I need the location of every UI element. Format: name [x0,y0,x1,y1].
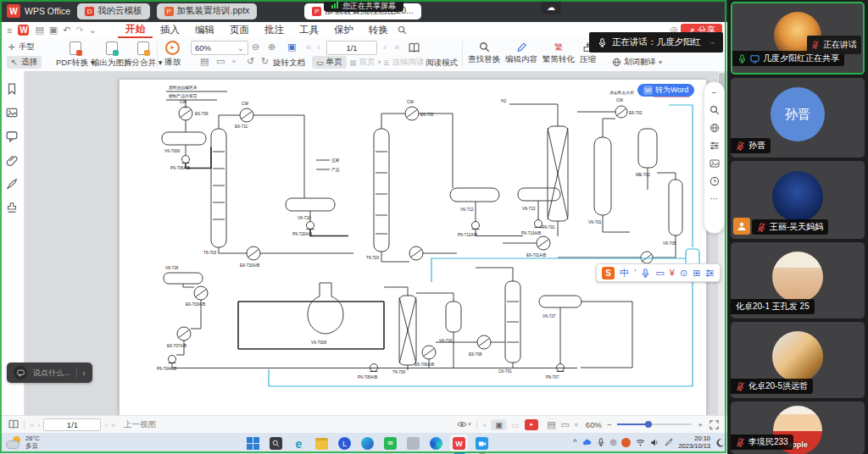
split-view-icon[interactable]: ▭ [511,420,519,429]
collapse-left-icon[interactable]: ‹ [83,368,86,378]
participant-tile[interactable]: 化卓20-1 王孔发 25 [731,242,865,318]
play-button[interactable]: ▸ 播放 [164,41,181,68]
print-icon[interactable]: ▣ [49,25,58,36]
first-page-icon[interactable]: « [306,42,311,52]
keyboard-icon[interactable]: ▭ [655,268,664,279]
tray-circle-icon[interactable]: ◎ [610,438,617,446]
gray-app-icon[interactable] [404,435,422,452]
wps-red-icon[interactable]: W [18,25,29,36]
zoom-slider[interactable] [617,424,692,425]
emoji-icon[interactable]: ⊙ [680,268,687,279]
more-caret-icon[interactable]: ⌄ [89,25,97,36]
fit-width-icon[interactable]: ▤ [200,56,209,67]
pdf-convert-button[interactable]: PDF转换 ▾ [56,42,94,69]
signature-icon[interactable] [6,178,18,190]
menu-page[interactable]: 页面 [222,24,257,36]
read-mode-button[interactable]: 阅读模式 [426,58,458,69]
document-tab-templates[interactable]: D 我的云模板 [77,3,150,19]
save-icon[interactable]: ▤ [35,25,43,36]
eye-view-icon[interactable] [457,419,467,429]
collapse-icon[interactable]: − [712,88,717,97]
edit-content-button[interactable]: 编辑内容 [505,42,537,65]
swirl-app-icon[interactable] [359,435,376,452]
first-page-icon[interactable]: « [30,420,34,429]
tray-expand-icon[interactable]: ^ [573,438,576,446]
volume-icon[interactable] [650,438,659,447]
tray-cloud-icon[interactable] [582,438,592,447]
menu-protect[interactable]: 保护 [326,24,361,36]
tray-security-icon[interactable] [621,438,631,447]
more-icon[interactable]: ⋯ [710,194,719,203]
double-page-button[interactable]: ▦ 双页 ▾ [349,57,381,68]
settings-sliders-icon[interactable] [709,141,720,151]
zoom-select[interactable]: 60%⌄ [191,41,248,55]
page-indicator[interactable]: 1/1 [43,418,101,431]
pdf-page[interactable]: .p{fill:none;stroke:#2a2a2a;stroke-width… [119,79,707,416]
app-home-button[interactable]: W WPS Office [7,4,70,18]
rotate-doc-button[interactable]: 旋转文档 [273,58,305,69]
tc-sc-convert-button[interactable]: 繁 繁简转化 [542,42,575,65]
participant-tile[interactable]: 正在讲话 几度夕阳红正在共享 [731,2,865,75]
outline-icon[interactable] [8,419,19,429]
edge-icon[interactable] [427,435,445,452]
fit-width-icon[interactable]: ▭ [561,419,570,430]
pen-input-icon[interactable] [665,438,673,446]
zoom-out-icon[interactable]: − [607,420,612,429]
wifi-icon[interactable] [636,438,645,447]
meeting-app-icon[interactable] [473,435,491,452]
menu-search-icon[interactable] [398,25,407,35]
tray-mic-icon[interactable] [597,438,605,446]
notification-moon-icon[interactable] [715,438,725,447]
cloud-sync-chip[interactable]: ☁ [541,0,561,14]
clock[interactable]: 20:10 2023/10/13 [678,435,710,451]
zoom-slider-knob[interactable] [645,421,652,428]
undo-icon[interactable]: ↶ [63,25,70,36]
stamp-icon[interactable] [6,202,18,213]
prev-view-button[interactable]: 上一视图 [124,419,156,430]
comment-icon[interactable] [6,130,18,142]
snapshot-icon[interactable]: ▣ [287,42,296,53]
select-tool-button[interactable]: ↖ 选择 [7,56,42,69]
meeting-chat-pill[interactable]: 说点什么... ‹ [7,363,92,383]
zoom-in-icon[interactable]: + [698,420,703,429]
app-l-icon[interactable]: L [336,435,353,452]
present-record-button[interactable]: ▸ [525,419,538,430]
chat-placeholder[interactable]: 说点什么... [33,368,70,379]
document-tab-pptx[interactable]: P 加氢装置培训.pptx [157,3,258,19]
fit-page-icon[interactable]: ▫ [575,419,578,429]
participant-tile[interactable]: apple 李境民233 [731,401,865,454]
voice-input-icon[interactable] [641,269,650,278]
last-page-icon[interactable]: » [394,42,399,52]
start-button[interactable] [244,435,262,452]
search-taskbar-icon[interactable] [267,435,285,452]
hamburger-icon[interactable]: ≡ [7,25,12,36]
single-page-button[interactable]: ▭ 单页 [312,56,347,69]
participant-tile[interactable]: 化卓20-5洪远哲 [731,322,865,398]
menu-convert[interactable]: 转换 [361,24,396,36]
hand-tool-button[interactable]: ✛ 手型 [8,42,35,53]
wps-taskbar-icon[interactable]: W [450,435,468,452]
zoom-percent[interactable]: 60% [586,420,602,429]
mail-app-icon[interactable]: ✉ [381,435,399,452]
fit-page-icon[interactable]: ▭ [216,56,225,67]
menu-home[interactable]: 开始 [118,22,153,38]
menu-comment[interactable]: 批注 [257,24,292,36]
punctuation-icon[interactable]: ’ [634,268,636,278]
find-replace-button[interactable]: 查找替换 [468,42,500,65]
participant-tile[interactable]: 王丽-吴天妈妈 [731,161,865,239]
rotate-right-icon[interactable]: ↻ [261,56,269,67]
convert-to-word-button[interactable]: W 转为Word [637,84,694,97]
prev-page-icon[interactable]: ‹ [37,420,40,429]
browser-e-icon[interactable]: e [290,435,308,452]
file-explorer-icon[interactable] [313,435,331,452]
thumbnail-icon[interactable] [6,107,18,119]
history-icon[interactable] [709,176,720,186]
menu-edit[interactable]: 编辑 [187,24,222,36]
fit-window-icon[interactable]: ▤ [547,419,555,430]
last-page-icon[interactable]: » [111,420,115,429]
toolbox-icon[interactable]: ⊞ [693,268,700,279]
actual-size-icon[interactable]: ▫ [232,56,236,66]
auto-scroll-icon[interactable]: » [482,420,487,429]
fullscreen-icon[interactable] [709,420,719,429]
attachment-icon[interactable] [6,154,18,166]
